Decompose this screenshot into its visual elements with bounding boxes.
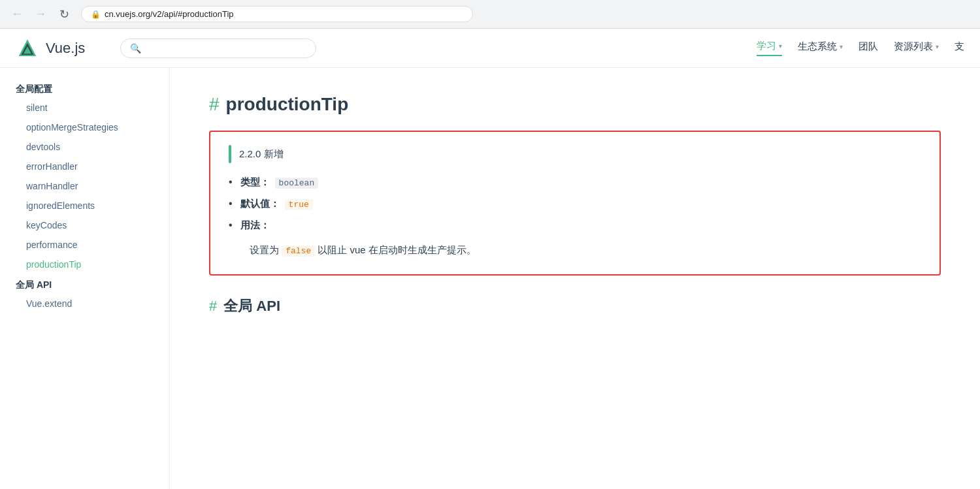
logo-area[interactable]: Vue.js — [16, 37, 94, 60]
sidebar-item-warnhandler[interactable]: warnHandler — [0, 176, 169, 196]
search-bar[interactable]: 🔍 — [120, 39, 316, 58]
search-icon: 🔍 — [130, 43, 141, 54]
nav-item-learn[interactable]: 学习 ▾ — [757, 40, 782, 56]
reload-button[interactable]: ↻ — [55, 5, 73, 24]
list-item-type: • 类型： boolean — [229, 176, 921, 189]
chevron-down-icon: ▾ — [779, 42, 782, 50]
info-box: 2.2.0 新增 • 类型： boolean • 默认值： true • 用法： — [209, 131, 941, 276]
usage-code-false: false — [282, 245, 315, 257]
sidebar-item-productiontip[interactable]: productionTip — [0, 255, 169, 274]
chevron-down-icon: ▾ — [936, 43, 939, 50]
sidebar-item-ignoredelements[interactable]: ignoredElements — [0, 196, 169, 215]
type-value: boolean — [275, 178, 319, 189]
usage-prefix: 设置为 — [250, 244, 279, 255]
forward-button[interactable]: → — [31, 5, 50, 24]
site-name: Vue.js — [46, 40, 85, 57]
page-layout: 全局配置 silent optionMergeStrategies devtoo… — [0, 68, 980, 489]
type-label: 类型： — [240, 176, 270, 189]
bullet-icon: • — [229, 219, 233, 231]
version-badge: 2.2.0 新增 — [229, 145, 921, 163]
nav-item-resources[interactable]: 资源列表 ▾ — [894, 40, 939, 55]
sidebar-section-title-api: 全局 API — [0, 274, 169, 294]
sidebar-item-keycodes[interactable]: keyCodes — [0, 215, 169, 235]
version-bar — [229, 145, 231, 163]
sidebar-item-performance[interactable]: performance — [0, 235, 169, 255]
sidebar-item-errorhandler[interactable]: errorHandler — [0, 157, 169, 176]
page-title-row: # productionTip — [209, 94, 941, 115]
nav-item-ecosystem[interactable]: 生态系统 ▾ — [798, 40, 843, 55]
browser-chrome: ← → ↻ 🔒 cn.vuejs.org/v2/api/#productionT… — [0, 0, 980, 29]
sidebar-section-title-config: 全局配置 — [0, 78, 169, 98]
vue-logo — [16, 37, 39, 60]
page-title: productionTip — [226, 94, 349, 115]
list-item-default: • 默认值： true — [229, 198, 921, 210]
version-text: 2.2.0 新增 — [239, 148, 284, 161]
nav-buttons: ← → ↻ — [8, 5, 73, 24]
info-list: • 类型： boolean • 默认值： true • 用法： — [229, 176, 921, 232]
nav-menu: 学习 ▾ 生态系统 ▾ 团队 资源列表 ▾ 支 — [757, 40, 964, 56]
bullet-icon: • — [229, 176, 233, 188]
site-header: Vue.js 🔍 学习 ▾ 生态系统 ▾ 团队 资源列表 ▾ 支 — [0, 29, 980, 68]
bullet-icon: • — [229, 198, 233, 210]
address-text: cn.vuejs.org/v2/api/#productionTip — [105, 9, 234, 19]
main-content: # productionTip 2.2.0 新增 • 类型： boolean •… — [170, 68, 980, 489]
usage-label: 用法： — [240, 219, 270, 232]
nav-item-support[interactable]: 支 — [955, 40, 964, 55]
default-label: 默认值： — [240, 198, 280, 210]
search-input[interactable] — [146, 43, 306, 53]
chevron-down-icon: ▾ — [840, 43, 843, 50]
back-button[interactable]: ← — [8, 5, 26, 24]
usage-suffix: 以阻止 vue 在启动时生成生产提示。 — [318, 244, 476, 255]
nav-item-team[interactable]: 团队 — [858, 40, 878, 55]
default-value: true — [285, 199, 313, 210]
section-hash-symbol: # — [209, 298, 217, 315]
lock-icon: 🔒 — [91, 10, 101, 19]
sidebar-item-vueextend[interactable]: Vue.extend — [0, 294, 169, 313]
section-below: # 全局 API — [209, 296, 941, 316]
hash-symbol: # — [209, 94, 220, 115]
sidebar-item-devtools[interactable]: devtools — [0, 137, 169, 157]
sidebar-item-silent[interactable]: silent — [0, 98, 169, 118]
address-bar[interactable]: 🔒 cn.vuejs.org/v2/api/#productionTip — [81, 6, 473, 22]
usage-description: 设置为 false 以阻止 vue 在启动时生成生产提示。 — [229, 241, 921, 259]
sidebar: 全局配置 silent optionMergeStrategies devtoo… — [0, 68, 170, 489]
section-title-row: # 全局 API — [209, 296, 941, 316]
section-title: 全局 API — [223, 296, 280, 316]
list-item-usage: • 用法： — [229, 219, 921, 232]
sidebar-item-optionmergestrategies[interactable]: optionMergeStrategies — [0, 118, 169, 137]
